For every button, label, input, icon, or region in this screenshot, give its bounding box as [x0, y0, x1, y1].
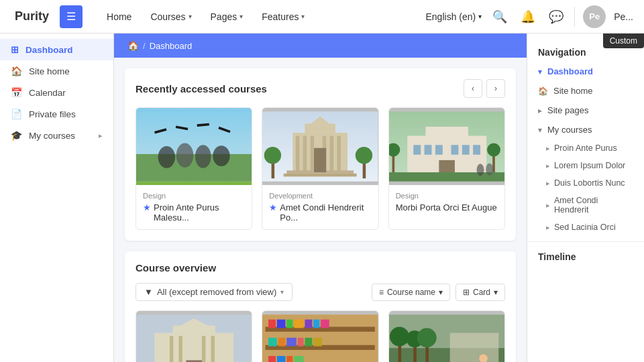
panel-sub-item-duis[interactable]: ▸ Duis Lobortis Nunc — [527, 174, 644, 192]
timeline-section: Timeline — [527, 246, 644, 266]
course-card-1[interactable]: Development ★ Amet Condi Hendrerit Po... — [262, 107, 378, 230]
home-icon: 🏠 — [11, 66, 22, 76]
svg-rect-72 — [268, 338, 277, 347]
carousel-nav: ‹ › — [464, 79, 505, 98]
filter-all-button[interactable]: ▼ All (except removed from view) ▾ — [136, 283, 292, 301]
svg-rect-7 — [136, 154, 252, 182]
filter-course-name-button[interactable]: ≡ Course name ▾ — [372, 284, 450, 301]
breadcrumb-separator: / — [143, 41, 146, 51]
username-label[interactable]: Pe... — [614, 11, 633, 22]
nav-courses[interactable]: Courses▾ — [142, 7, 199, 26]
file-icon: 📄 — [11, 109, 22, 119]
course-category-0: Design — [143, 192, 245, 200]
course-card-0[interactable]: Design ★ Proin Ante Purus Malesu... — [136, 107, 252, 230]
nav-home[interactable]: Home — [99, 7, 140, 26]
course-category-2: Design — [396, 192, 498, 200]
course-overview-title: Course overview — [136, 262, 216, 274]
svg-point-30 — [264, 147, 281, 164]
overview-course-cards — [136, 310, 505, 362]
svg-rect-56 — [211, 336, 215, 362]
sidebar-item-private-files[interactable]: 📄 Private files — [0, 103, 113, 125]
sidebar-toggle-button[interactable]: ☰ — [60, 5, 83, 28]
svg-rect-39 — [451, 145, 458, 155]
avatar[interactable]: Pe — [583, 5, 606, 28]
brand-name: Purity — [15, 9, 49, 23]
svg-rect-53 — [170, 336, 173, 362]
svg-rect-68 — [294, 320, 304, 328]
navbar-brand[interactable]: Purity — [11, 9, 49, 23]
panel-sub-icon-4: ▸ — [546, 223, 550, 232]
svg-rect-80 — [287, 356, 293, 362]
language-label: English (en) — [426, 11, 476, 22]
panel-sub-item-proin[interactable]: ▸ Proin Ante Purus — [527, 139, 644, 157]
campus-svg — [389, 108, 504, 185]
calendar-icon: 📅 — [11, 87, 22, 98]
navbar-right: English (en) ▾ 🔍 🔔 💬 Pe Pe... — [426, 5, 634, 28]
nav-features[interactable]: Features▾ — [254, 7, 313, 26]
panel-sub-label-4: Sed Lacinia Orci — [554, 223, 616, 232]
svg-rect-35 — [425, 127, 468, 139]
course-category-1: Development — [269, 192, 371, 200]
panel-item-my-courses[interactable]: ▾ My courses — [527, 120, 644, 139]
svg-rect-75 — [298, 338, 304, 347]
overview-card-2[interactable] — [388, 310, 505, 362]
layout: ⊞ Dashboard 🏠 Site home 📅 Calendar 📄 Pri… — [0, 34, 644, 362]
svg-point-10 — [195, 145, 211, 168]
panel-sub-icon-0: ▸ — [546, 144, 550, 153]
panel-item-site-home[interactable]: 🏠 Site home — [527, 81, 644, 101]
nav-pages[interactable]: Pages▾ — [203, 7, 252, 26]
svg-rect-71 — [321, 320, 329, 328]
svg-point-8 — [158, 146, 175, 168]
toggle-icon: ☰ — [66, 10, 76, 23]
avatar-initials: Pe — [589, 11, 600, 21]
search-icon: 🔍 — [492, 9, 507, 24]
course-overview-section: Course overview ▼ All (except removed fr… — [125, 251, 516, 362]
svg-rect-40 — [462, 145, 469, 155]
prev-button[interactable]: ‹ — [464, 79, 482, 98]
search-button[interactable]: 🔍 — [490, 7, 510, 27]
panel-item-site-pages[interactable]: ▸ Site pages — [527, 101, 644, 120]
svg-point-32 — [356, 147, 372, 164]
star-icon-0: ★ — [143, 202, 151, 213]
building-svg — [262, 108, 378, 185]
navbar-divider — [574, 7, 575, 27]
panel-dashboard-icon: ▾ — [538, 67, 542, 76]
filter-view-arrow: ▾ — [494, 288, 498, 297]
overview-img-1 — [262, 311, 378, 362]
sidebar-item-label: My courses — [29, 131, 75, 141]
language-selector[interactable]: English (en) ▾ — [426, 11, 482, 22]
overview-card-1[interactable] — [262, 310, 378, 362]
nav-features-arrow: ▾ — [301, 13, 305, 20]
course-title-1: ★ Amet Condi Hendrerit Po... — [269, 202, 371, 223]
svg-rect-26 — [284, 174, 357, 177]
panel-item-dashboard[interactable]: ▾ Dashboard — [527, 62, 644, 81]
messages-button[interactable]: 💬 — [546, 7, 566, 27]
sidebar-item-dashboard[interactable]: ⊞ Dashboard — [0, 39, 113, 60]
breadcrumb-home-icon[interactable]: 🏠 — [127, 40, 139, 51]
svg-rect-67 — [287, 320, 293, 328]
svg-rect-37 — [424, 145, 431, 155]
courses-icon: 🎓 — [11, 130, 22, 141]
notifications-button[interactable]: 🔔 — [518, 7, 538, 27]
course-card-2[interactable]: Design Morbi Porta Orci Et Augue — [388, 107, 505, 230]
sidebar-item-calendar[interactable]: 📅 Calendar — [0, 82, 113, 103]
overview-img-2 — [389, 311, 504, 362]
sidebar-item-my-courses[interactable]: 🎓 My courses ▸ — [0, 125, 113, 146]
nav-pages-arrow: ▾ — [239, 13, 243, 20]
svg-rect-73 — [278, 338, 286, 347]
svg-rect-19 — [296, 136, 299, 172]
panel-sub-item-sed[interactable]: ▸ Sed Lacinia Orci — [527, 219, 644, 236]
panel-sub-item-amet[interactable]: ▸ Amet Condi Hendrerit — [527, 192, 644, 219]
sidebar-item-site-home[interactable]: 🏠 Site home — [0, 60, 113, 82]
overview-card-0[interactable] — [136, 310, 252, 362]
panel-sub-item-lorem[interactable]: ▸ Lorem Ipsum Dolor — [527, 157, 644, 174]
content-area: Recently accessed courses ‹ › — [114, 58, 527, 362]
filter-row: ▼ All (except removed from view) ▾ ≡ Cou… — [136, 283, 505, 301]
chat-icon: 💬 — [549, 9, 564, 24]
panel-divider — [527, 241, 644, 242]
filter-view-button[interactable]: ⊞ Card ▾ — [455, 284, 505, 301]
svg-rect-20 — [303, 136, 307, 172]
next-button[interactable]: › — [486, 79, 505, 98]
svg-point-89 — [417, 328, 436, 347]
overview-svg-0 — [136, 311, 252, 362]
